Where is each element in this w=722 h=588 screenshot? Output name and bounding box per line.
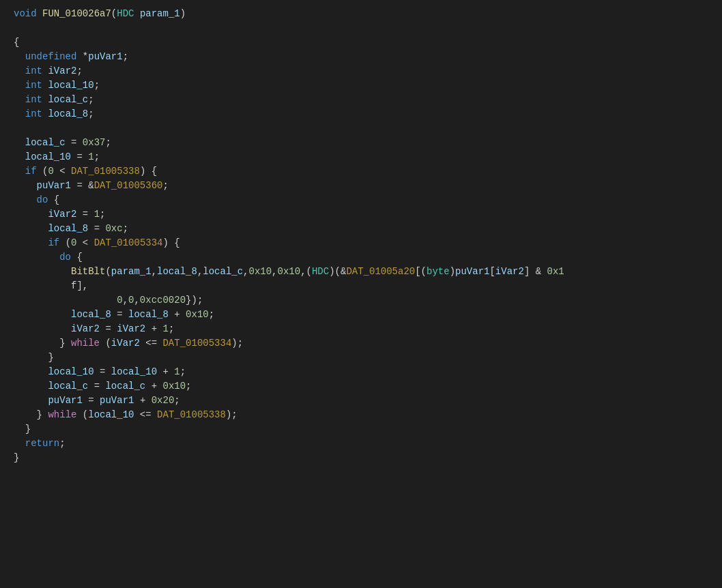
token-plain: = & xyxy=(71,180,94,191)
token-plain: = xyxy=(83,395,100,406)
token-plain xyxy=(14,323,71,334)
token-kw: return xyxy=(25,438,59,449)
token-param: local_8 xyxy=(157,266,197,277)
token-plain: ; xyxy=(174,395,179,406)
token-plain: , xyxy=(123,295,128,306)
token-plain: ; xyxy=(105,137,111,148)
token-plain: ( xyxy=(76,409,88,420)
token-plain: ) { xyxy=(140,166,157,177)
token-plain xyxy=(14,237,48,248)
token-plain: } xyxy=(14,409,48,420)
token-plain xyxy=(14,252,59,263)
token-kw: int xyxy=(25,94,42,105)
token-plain: <= xyxy=(134,409,157,420)
token-plain: } xyxy=(14,338,71,349)
token-num: 0x10 xyxy=(278,266,301,277)
token-plain: { xyxy=(14,37,19,48)
token-num: 0x10 xyxy=(186,309,209,320)
token-plain xyxy=(14,180,37,191)
token-macro: DAT_01005338 xyxy=(157,409,226,420)
token-plain: ; xyxy=(180,366,186,377)
token-plain: + xyxy=(145,323,162,334)
token-param: local_10 xyxy=(25,151,71,162)
token-param: local_c xyxy=(105,381,145,392)
token-kw: if xyxy=(48,237,59,248)
token-macro: DAT_01005334 xyxy=(94,237,163,248)
token-num: 0 xyxy=(117,295,122,306)
token-plain xyxy=(14,151,25,162)
token-plain: f], xyxy=(14,280,88,291)
token-plain xyxy=(14,438,25,449)
token-plain: , xyxy=(134,295,139,306)
token-num: 0xc xyxy=(105,223,122,234)
token-plain xyxy=(14,166,25,177)
token-num: 1 xyxy=(162,323,168,334)
token-param: iVar2 xyxy=(71,323,100,334)
token-num: 0x10 xyxy=(162,381,186,392)
token-plain: } xyxy=(14,352,54,363)
token-plain: ; xyxy=(59,438,65,449)
token-param: puVar1 xyxy=(100,395,134,406)
token-plain: + xyxy=(169,309,186,320)
token-param: iVar2 xyxy=(48,65,76,76)
token-param: param_1 xyxy=(140,8,180,19)
token-plain: , xyxy=(151,266,157,277)
token-plain: ) xyxy=(180,8,186,19)
token-plain: }); xyxy=(186,295,203,306)
token-kw: int xyxy=(25,108,42,119)
token-param: local_10 xyxy=(111,366,157,377)
token-plain: = xyxy=(71,151,88,162)
token-param: puVar1 xyxy=(88,51,122,62)
token-macro: DAT_01005360 xyxy=(94,180,163,191)
token-param: local_8 xyxy=(48,108,88,119)
token-kw: void xyxy=(14,8,37,19)
token-num: 0 xyxy=(48,166,53,177)
token-plain: < xyxy=(76,237,93,248)
token-plain: } xyxy=(14,452,19,463)
token-plain xyxy=(134,8,139,19)
token-plain: ; xyxy=(88,108,93,119)
token-plain: + xyxy=(145,381,162,392)
token-param: local_10 xyxy=(88,409,134,420)
token-num: 1 xyxy=(174,366,179,377)
token-param: local_10 xyxy=(48,366,93,377)
token-macro: DAT_01005338 xyxy=(71,166,140,177)
token-plain: )(& xyxy=(329,266,346,277)
token-plain xyxy=(14,65,25,76)
token-plain xyxy=(14,366,48,377)
token-plain: ) xyxy=(450,266,455,277)
token-num: 0xcc0020 xyxy=(140,295,186,306)
token-type: HDC xyxy=(117,8,134,19)
token-param: local_8 xyxy=(71,309,111,320)
token-plain: ; xyxy=(186,381,191,392)
token-plain: = xyxy=(100,323,117,334)
token-plain: = xyxy=(111,309,128,320)
token-plain xyxy=(14,381,48,392)
token-plain xyxy=(14,51,25,62)
token-plain: ); xyxy=(226,409,237,420)
token-macro: DAT_01005a20 xyxy=(346,266,415,277)
token-param: puVar1 xyxy=(37,180,71,191)
token-plain: ( xyxy=(37,166,48,177)
token-plain: = xyxy=(88,381,105,392)
token-plain: + xyxy=(157,366,174,377)
token-plain xyxy=(14,137,25,148)
token-plain xyxy=(37,8,42,19)
token-plain: [ xyxy=(489,266,495,277)
token-param: local_c xyxy=(25,137,66,148)
token-plain: ( xyxy=(100,338,111,349)
token-param: local_8 xyxy=(48,223,88,234)
token-num: 0x10 xyxy=(249,266,272,277)
token-plain: { xyxy=(71,252,83,263)
token-plain: ; xyxy=(88,94,93,105)
token-param: iVar2 xyxy=(117,323,145,334)
token-plain: ( xyxy=(105,266,111,277)
token-while-kw: while xyxy=(48,409,76,420)
token-param: local_8 xyxy=(128,309,169,320)
token-fn: FUN_010026a7 xyxy=(42,8,111,19)
token-plain xyxy=(14,309,71,320)
token-kw: undefined xyxy=(25,51,77,62)
token-plain xyxy=(14,395,48,406)
token-plain xyxy=(14,108,25,119)
token-param: puVar1 xyxy=(48,395,82,406)
